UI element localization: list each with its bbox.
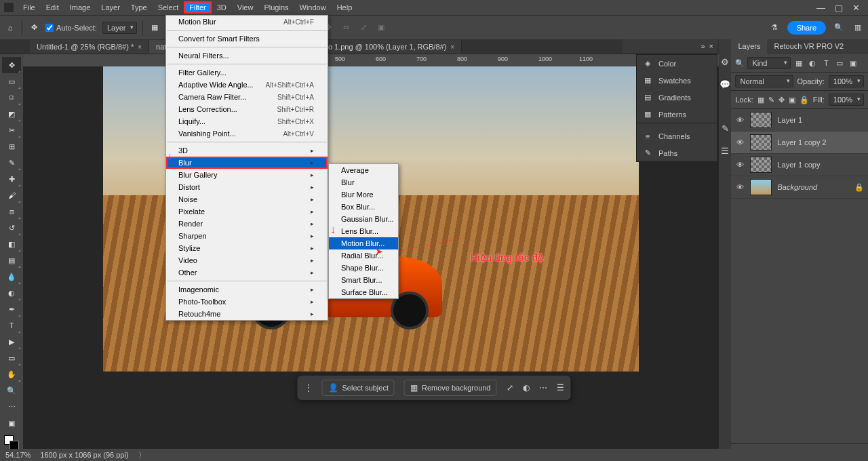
mi-convert-smart[interactable]: Convert for Smart Filters	[166, 33, 328, 45]
opacity-value[interactable]: 100%	[829, 75, 864, 87]
visibility-icon[interactable]: 👁	[735, 183, 745, 191]
transform-controls-icon[interactable]: ▦	[149, 22, 161, 34]
panel-swatches[interactable]: ▦Swatches	[637, 72, 717, 89]
mi-blur-gallery[interactable]: Blur Gallery	[166, 169, 328, 181]
brush-tool[interactable]: 🖌	[2, 187, 21, 203]
status-chevron-icon[interactable]: 〉	[138, 450, 146, 460]
menu-select[interactable]: Select	[153, 1, 184, 14]
mi-surface-blur[interactable]: Surface Blur...	[329, 286, 398, 298]
filter-kind-icon[interactable]: 🔍	[735, 59, 745, 68]
fill-value[interactable]: 100%	[829, 94, 864, 106]
mi-gaussian-blur[interactable]: Gaussian Blur...	[329, 213, 398, 225]
auto-select-checkbox[interactable]: Auto-Select:	[45, 24, 97, 32]
mi-box-blur[interactable]: Box Blur...	[329, 201, 398, 213]
menu-view[interactable]: View	[232, 1, 259, 14]
mi-blur[interactable]: Blur	[166, 157, 328, 169]
adjust-icon[interactable]: ◐	[523, 383, 530, 393]
tab-close-icon[interactable]: ×	[138, 43, 142, 51]
transform-icon[interactable]: ⤢	[507, 383, 513, 393]
frame-tool[interactable]: ⊞	[2, 138, 21, 155]
tab-close-icon[interactable]: ×	[450, 43, 454, 51]
layer-row[interactable]: 👁Layer 1 copy	[731, 154, 868, 176]
mi-lens-correction[interactable]: Lens Correction...Shift+Ctrl+R	[166, 103, 328, 115]
adjustments-icon[interactable]: ⚙	[721, 57, 729, 67]
layer-thumb[interactable]	[750, 157, 772, 173]
close-icon[interactable]: ✕	[852, 3, 860, 13]
filter-shape-icon[interactable]: ▭	[834, 59, 845, 68]
menu-type[interactable]: Type	[125, 1, 153, 14]
hand-tool[interactable]: ✋	[2, 366, 21, 382]
menu-filter[interactable]: Filter	[184, 1, 211, 14]
lock-pixels-icon[interactable]: ✎	[768, 96, 774, 104]
mi-smart-blur[interactable]: Smart Blur...	[329, 274, 398, 286]
mi-shape-blur[interactable]: Shape Blur...	[329, 262, 398, 274]
remove-background-button[interactable]: ▦Remove background	[404, 380, 497, 396]
panel-gradients[interactable]: ▤Gradients	[637, 89, 717, 106]
menu-file[interactable]: File	[18, 1, 41, 14]
tab-layers[interactable]: Layers	[731, 39, 767, 54]
move-tool[interactable]: ✥	[2, 57, 21, 73]
mi-other[interactable]: Other	[166, 266, 328, 279]
mi-distort[interactable]: Distort	[166, 181, 328, 193]
visibility-icon[interactable]: 👁	[735, 116, 745, 124]
mi-stylize[interactable]: Stylize	[166, 242, 328, 254]
mi-filter-gallery[interactable]: Filter Gallery...	[166, 66, 328, 79]
mi-last-filter[interactable]: Motion BlurAlt+Ctrl+F	[166, 16, 328, 28]
doc-tab-3[interactable]: oto 1.png @ 100% (Layer 1, RGB/8#)×	[315, 40, 462, 54]
panel-patterns[interactable]: ▩Patterns	[637, 106, 717, 123]
mi-vanishing-point[interactable]: Vanishing Point...Alt+Ctrl+V	[166, 127, 328, 140]
mi-3d[interactable]: 3D	[166, 144, 328, 157]
visibility-icon[interactable]: 👁	[735, 161, 745, 169]
mi-retouch4me[interactable]: Retouch4me	[166, 308, 328, 320]
doc-tab-0[interactable]: Untitled-1 @ 25% (RGB/8#) *×	[30, 40, 149, 54]
mi-liquify[interactable]: Liquify...Shift+Ctrl+X	[166, 115, 328, 127]
3d-camera-icon[interactable]: ▣	[375, 22, 387, 34]
path-select-tool[interactable]: ▶	[2, 334, 21, 350]
blend-mode[interactable]: Normal	[735, 75, 793, 87]
beaker-icon[interactable]: ⚗	[768, 22, 781, 34]
zoom-tool[interactable]: 🔍	[2, 382, 21, 399]
mi-camera-raw[interactable]: Camera Raw Filter...Shift+Ctrl+A	[166, 91, 328, 103]
gradient-tool[interactable]: ▤	[2, 252, 21, 268]
filter-kind[interactable]: Kind	[747, 57, 791, 69]
brush-settings-icon[interactable]: ✎	[722, 123, 729, 134]
mi-blur-more[interactable]: Blur More	[329, 188, 398, 201]
mi-photo-toolbox[interactable]: Photo-Toolbox	[166, 296, 328, 308]
tab-retouch[interactable]: Retouch VR PRO V2	[767, 39, 850, 54]
lock-all-icon[interactable]: 🔒	[800, 96, 809, 104]
lock-position-icon[interactable]: ✥	[778, 96, 785, 104]
history-brush-tool[interactable]: ↺	[2, 220, 21, 236]
filter-type-icon[interactable]: T	[821, 59, 831, 67]
doc-dimensions[interactable]: 1600 px x 1066 px (96 ppi)	[40, 451, 128, 459]
filter-adjust-icon[interactable]: ◐	[807, 59, 818, 68]
mi-radial-blur[interactable]: Radial Blur...	[329, 249, 398, 262]
mi-lens-blur[interactable]: Lens Blur...	[329, 225, 398, 237]
menu-window[interactable]: Window	[294, 1, 332, 14]
zoom-level[interactable]: 54.17%	[5, 451, 31, 459]
layer-thumb[interactable]	[750, 112, 772, 128]
menu-3d[interactable]: 3D	[212, 1, 232, 14]
mi-video[interactable]: Video	[166, 254, 328, 266]
object-select-tool[interactable]: ◩	[2, 106, 21, 122]
menu-help[interactable]: Help	[332, 1, 358, 14]
type-tool[interactable]: T	[2, 317, 21, 334]
menu-edit[interactable]: Edit	[41, 1, 64, 14]
mi-blur[interactable]: Blur	[329, 176, 398, 188]
lock-artboard-icon[interactable]: ▣	[789, 96, 795, 104]
menu-plugins[interactable]: Plugins	[258, 1, 294, 14]
close-icon[interactable]: ×	[709, 42, 713, 50]
marquee-tool[interactable]: ▭	[2, 73, 21, 89]
mi-neural-filters[interactable]: Neural Filters...	[166, 49, 328, 62]
mi-average[interactable]: Average	[329, 164, 398, 176]
properties-icon[interactable]: ☰	[557, 383, 564, 393]
visibility-icon[interactable]: 👁	[735, 138, 745, 146]
panel-color[interactable]: ◈Color	[637, 55, 717, 72]
workspace-icon[interactable]: ▥	[852, 22, 864, 34]
menu-image[interactable]: Image	[64, 1, 96, 14]
home-icon[interactable]: ⌂	[4, 22, 16, 34]
lasso-tool[interactable]: ⌑	[2, 89, 21, 106]
mi-render[interactable]: Render	[166, 218, 328, 230]
shape-tool[interactable]: ▭	[2, 350, 21, 366]
mi-adaptive-wide[interactable]: Adaptive Wide Angle...Alt+Shift+Ctrl+A	[166, 79, 328, 91]
mi-pixelate[interactable]: Pixelate	[166, 205, 328, 218]
